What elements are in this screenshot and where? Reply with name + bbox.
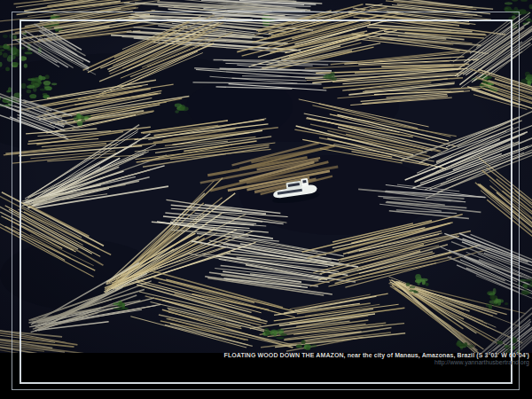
photo-illustration (0, 0, 532, 353)
aerial-photo (0, 0, 532, 353)
caption-title: FLOATING WOOD DOWN THE AMAZON, near the … (224, 352, 529, 359)
caption-url-link[interactable]: http://www.yannarthusbertrand.org (224, 359, 529, 366)
caption: FLOATING WOOD DOWN THE AMAZON, near the … (224, 352, 529, 366)
wallpaper-stage: FLOATING WOOD DOWN THE AMAZON, near the … (0, 0, 532, 399)
